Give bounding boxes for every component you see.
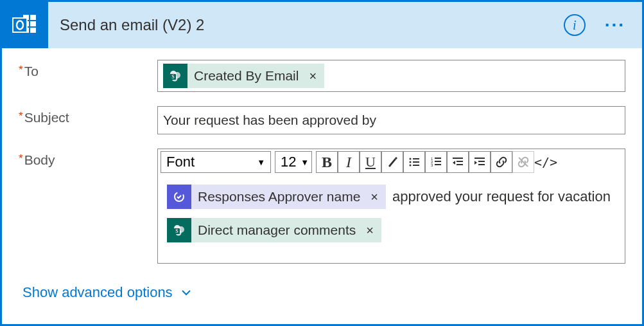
- svg-rect-19: [435, 158, 441, 159]
- rte-toolbar: Font ▼ 12 ▼ B I U: [158, 149, 625, 173]
- svg-rect-26: [457, 164, 463, 165]
- token-remove-icon[interactable]: ×: [362, 223, 378, 238]
- indent-button[interactable]: [469, 151, 491, 173]
- font-select-label: Font: [166, 154, 195, 170]
- label-subject: *Subject: [19, 106, 157, 125]
- body-line: S Direct manager comments ×: [167, 218, 616, 242]
- to-input[interactable]: S Created By Email ×: [157, 60, 625, 92]
- show-advanced-options-link[interactable]: Show advanced options: [22, 284, 192, 301]
- token-label: Created By Email: [193, 68, 300, 84]
- numbered-list-button[interactable]: 1 2 3: [425, 151, 447, 173]
- svg-rect-23: [435, 164, 441, 165]
- underline-button[interactable]: U: [360, 151, 381, 173]
- svg-rect-13: [413, 158, 419, 159]
- row-subject: *Subject: [19, 106, 625, 134]
- body-content[interactable]: Responses Approver name × approved your …: [158, 173, 625, 263]
- unlink-button: [512, 151, 534, 173]
- svg-point-12: [410, 158, 412, 160]
- token-remove-icon[interactable]: ×: [367, 190, 382, 204]
- bold-button[interactable]: B: [316, 151, 338, 173]
- action-card: Send an email (V2) 2 i ··· *To: [0, 0, 644, 326]
- sharepoint-icon: S: [167, 218, 191, 242]
- body-line: Responses Approver name × approved your …: [167, 185, 616, 209]
- svg-rect-27: [474, 158, 485, 159]
- more-menu-button[interactable]: ···: [597, 16, 633, 34]
- body-editor: Font ▼ 12 ▼ B I U: [157, 149, 625, 264]
- svg-rect-17: [413, 165, 419, 166]
- svg-point-16: [410, 165, 412, 167]
- svg-rect-28: [478, 161, 485, 162]
- label-body-text: Body: [24, 152, 55, 167]
- label-subject-text: Subject: [24, 110, 69, 125]
- outlook-icon: [2, 2, 48, 48]
- svg-text:3: 3: [431, 163, 433, 167]
- token-responses-approver-name: Responses Approver name ×: [167, 185, 386, 209]
- svg-text:S: S: [171, 74, 174, 80]
- card-body: *To S Created: [2, 48, 642, 307]
- subject-input-box[interactable]: [157, 106, 625, 134]
- token-remove-icon[interactable]: ×: [305, 69, 320, 84]
- card-header: Send an email (V2) 2 i ···: [2, 2, 642, 48]
- sharepoint-icon: S: [163, 64, 187, 88]
- svg-point-14: [410, 161, 412, 163]
- svg-rect-25: [457, 161, 463, 162]
- font-color-button[interactable]: [381, 151, 403, 173]
- show-advanced-options-label: Show advanced options: [22, 284, 173, 301]
- info-icon[interactable]: i: [564, 14, 586, 36]
- label-to: *To: [19, 60, 157, 79]
- svg-rect-21: [435, 161, 441, 162]
- token-label: Responses Approver name: [196, 189, 361, 204]
- code-view-button[interactable]: </>: [534, 151, 557, 173]
- row-body: *Body Font ▼ 12 ▼ B: [19, 149, 625, 264]
- link-button[interactable]: [491, 151, 512, 173]
- token-label: Direct manager comments: [196, 222, 357, 238]
- label-body: *Body: [19, 149, 157, 168]
- token-direct-manager-comments: S Direct manager comments ×: [167, 218, 381, 242]
- font-select[interactable]: Font ▼: [161, 151, 271, 173]
- chevron-down-icon: ▼: [300, 158, 309, 167]
- bulleted-list-button[interactable]: [403, 151, 425, 173]
- body-text: approved your request for vacation: [392, 188, 611, 205]
- chevron-down-icon: ▼: [257, 158, 265, 167]
- font-size-select[interactable]: 12 ▼: [275, 151, 312, 173]
- svg-rect-15: [413, 161, 419, 163]
- approvals-icon: [167, 185, 191, 209]
- chevron-down-icon: [180, 287, 192, 298]
- font-size-label: 12: [281, 154, 296, 170]
- italic-button[interactable]: I: [338, 151, 360, 173]
- svg-text:S: S: [175, 228, 178, 234]
- subject-input[interactable]: [163, 111, 620, 129]
- svg-rect-24: [453, 158, 463, 159]
- outdent-button[interactable]: [447, 151, 469, 173]
- token-created-by-email: S Created By Email ×: [163, 64, 324, 88]
- row-to: *To S Created: [19, 60, 625, 92]
- svg-rect-29: [478, 164, 485, 165]
- card-title: Send an email (V2) 2: [60, 16, 552, 34]
- label-to-text: To: [24, 64, 39, 78]
